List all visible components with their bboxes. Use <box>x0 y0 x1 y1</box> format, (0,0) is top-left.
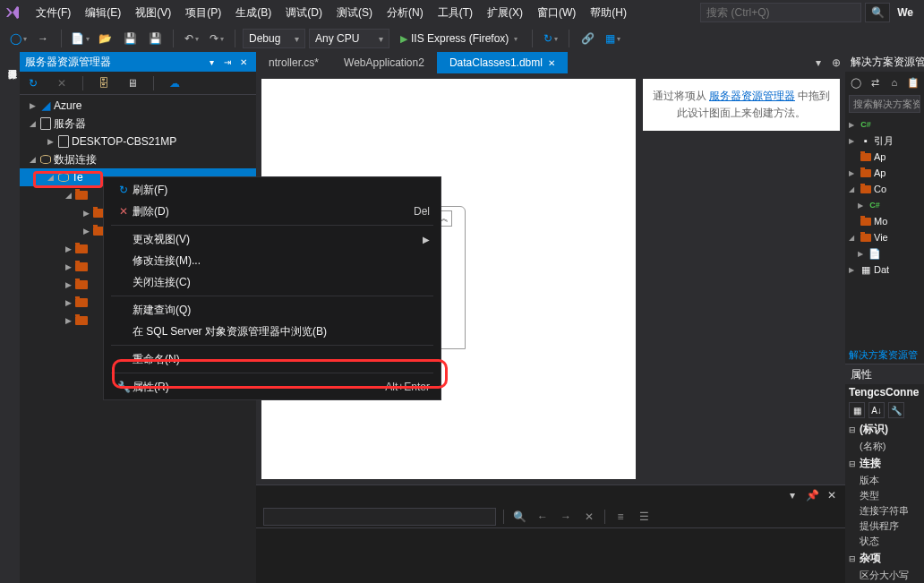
redo-button[interactable]: ↷▾ <box>206 28 227 49</box>
output-next-icon[interactable]: → <box>558 509 574 525</box>
ctx-new-query[interactable]: 新建查询(Q) <box>106 299 439 321</box>
prop-row[interactable]: 类型 <box>845 488 924 503</box>
solution-node[interactable]: ▶📄 <box>845 245 924 261</box>
tab-close-icon[interactable]: ✕ <box>548 58 555 68</box>
menu-project[interactable]: 项目(P) <box>178 2 228 24</box>
solution-node[interactable]: ◢Vie <box>845 229 924 245</box>
refresh-icon[interactable]: ↻ <box>25 75 41 91</box>
expander-icon[interactable]: ◢ <box>45 173 56 182</box>
solution-explorer-link[interactable]: 解决方案资源管 <box>845 347 924 364</box>
menu-analyze[interactable]: 分析(N) <box>380 2 431 24</box>
prop-row[interactable]: 区分大小写 <box>845 568 924 583</box>
solution-node[interactable]: ▶▦Dat <box>845 261 924 278</box>
connect-db-icon[interactable]: 🗄 <box>96 75 112 91</box>
output-dropdown-icon[interactable]: ▾ <box>784 487 800 503</box>
prop-row[interactable]: 版本 <box>845 473 924 488</box>
stop-icon[interactable]: ✕ <box>54 75 70 91</box>
menu-help[interactable]: 帮助(H) <box>583 2 634 24</box>
ctx-properties[interactable]: 🔧 属性(R) Alt+Enter <box>106 376 439 398</box>
output-list-icon[interactable]: ☰ <box>636 509 652 525</box>
menu-edit[interactable]: 编辑(E) <box>78 2 128 24</box>
tree-node-data-connections[interactable]: ◢ 数据连接 <box>20 150 256 168</box>
azure-icon[interactable]: ☁ <box>167 75 183 91</box>
expander-icon[interactable]: ▶ <box>63 244 73 253</box>
expander-icon[interactable]: ▶ <box>45 137 56 146</box>
hint-link[interactable]: 服务器资源管理器 <box>709 90 795 102</box>
ctx-rename[interactable]: 重命名(N) <box>106 348 439 370</box>
expander-icon[interactable]: ◢ <box>63 191 73 200</box>
browser-link-button[interactable]: 🔗 <box>577 28 598 49</box>
menu-extensions[interactable]: 扩展(X) <box>480 2 530 24</box>
solution-node[interactable]: ▶C# <box>845 116 924 133</box>
expander-icon[interactable]: ▶ <box>63 316 73 325</box>
tree-node-azure[interactable]: ▶ ◢ Azure <box>20 97 256 115</box>
connect-server-icon[interactable]: 🖥 <box>124 75 141 91</box>
menu-view[interactable]: 视图(V) <box>128 2 178 24</box>
prop-category-misc[interactable]: ⊟杂项 <box>845 549 924 568</box>
prop-category-identity[interactable]: ⊟(标识) <box>845 420 924 439</box>
menu-tools[interactable]: 工具(T) <box>431 2 480 24</box>
refresh-button[interactable]: ↻▾ <box>540 28 561 49</box>
nav-back-button[interactable]: ◯▾ <box>7 28 29 49</box>
panel-close-icon[interactable]: ✕ <box>236 55 251 69</box>
output-find-icon[interactable]: 🔍 <box>511 509 527 525</box>
show-all-icon[interactable]: 📋 <box>907 75 921 90</box>
prop-category-connection[interactable]: ⊟连接 <box>845 454 924 473</box>
expander-icon[interactable]: ▶ <box>81 227 91 236</box>
prop-row[interactable]: (名称) <box>845 439 924 454</box>
tab-dropdown-icon[interactable]: ▾ <box>809 52 827 73</box>
categorized-icon[interactable]: ▦ <box>849 402 865 418</box>
panel-pin-icon[interactable]: ⇥ <box>220 55 235 69</box>
sync-icon[interactable]: ⇄ <box>868 75 883 90</box>
run-button[interactable]: ▶ IIS Express (Firefox) ▾ <box>393 29 525 48</box>
doc-tab-controller[interactable]: ntroller.cs* <box>256 52 331 73</box>
ctx-close-connection[interactable]: 关闭连接(C) <box>106 271 439 293</box>
expander-icon[interactable]: ▶ <box>81 209 91 218</box>
panel-dropdown-icon[interactable]: ▾ <box>204 55 218 69</box>
account-label[interactable]: We <box>890 3 920 22</box>
home2-icon[interactable]: ⌂ <box>887 75 902 90</box>
solution-node[interactable]: ◢Co <box>845 181 924 197</box>
save-button[interactable]: 💾 <box>119 28 141 49</box>
ctx-change-view[interactable]: 更改视图(V) ▶ <box>106 228 439 250</box>
save-all-button[interactable]: 💾 <box>144 28 166 49</box>
solution-search-input[interactable]: 搜索解决方案资 <box>849 95 920 113</box>
expander-icon[interactable]: ◢ <box>27 155 38 164</box>
rail-tab-server-explorer[interactable]: 服务器资源管理器 <box>4 57 20 583</box>
open-button[interactable]: 📂 <box>94 28 116 49</box>
platform-dropdown[interactable]: Any CPU <box>309 29 389 48</box>
ctx-modify-connection[interactable]: 修改连接(M)... <box>106 250 439 271</box>
ext-button[interactable]: ▦▾ <box>602 28 623 49</box>
menu-file[interactable]: 文件(F) <box>29 2 78 24</box>
ctx-delete[interactable]: ✕ 删除(D) Del <box>106 201 439 222</box>
solution-node[interactable]: Mo <box>845 213 924 229</box>
prop-row[interactable]: 连接字符串 <box>845 503 924 519</box>
config-dropdown[interactable]: Debug <box>243 29 305 48</box>
undo-button[interactable]: ↶▾ <box>181 28 202 49</box>
designer-methods-pane[interactable]: 通过将项从 服务器资源管理器 中拖到此设计图面上来创建方法。 <box>643 79 840 131</box>
tab-maximize-icon[interactable]: ⊕ <box>827 52 845 73</box>
home-icon[interactable]: ◯ <box>849 75 863 90</box>
doc-tab-dataclasses[interactable]: DataClasses1.dbml ✕ <box>437 52 568 73</box>
output-close-icon[interactable]: ✕ <box>824 487 840 503</box>
expander-icon[interactable]: ◢ <box>27 119 38 128</box>
output-source-dropdown[interactable] <box>263 508 496 526</box>
alphabetical-icon[interactable]: A↓ <box>868 402 885 418</box>
solution-node[interactable]: ▶C# <box>845 197 924 213</box>
output-wrap-icon[interactable]: ≡ <box>612 509 629 525</box>
doc-tab-webapp[interactable]: WebApplication2 <box>331 52 437 73</box>
search-submit-icon[interactable]: 🔍 <box>865 3 890 22</box>
prop-pages-icon[interactable]: 🔧 <box>888 402 904 418</box>
new-button[interactable]: 📄▾ <box>69 28 90 49</box>
ctx-refresh[interactable]: ↻ 刷新(F) <box>106 179 439 201</box>
menu-build[interactable]: 生成(B) <box>228 2 278 24</box>
expander-icon[interactable]: ▶ <box>63 280 73 289</box>
nav-fwd-button[interactable]: → <box>32 28 54 49</box>
menu-window[interactable]: 窗口(W) <box>530 2 583 24</box>
output-clear-icon[interactable]: ✕ <box>581 509 597 525</box>
solution-node[interactable]: Ap <box>845 149 924 165</box>
menu-debug[interactable]: 调试(D) <box>278 2 329 24</box>
global-search-input[interactable] <box>700 3 861 22</box>
output-pin-icon[interactable]: 📌 <box>804 487 820 503</box>
expander-icon[interactable]: ▶ <box>27 101 38 110</box>
